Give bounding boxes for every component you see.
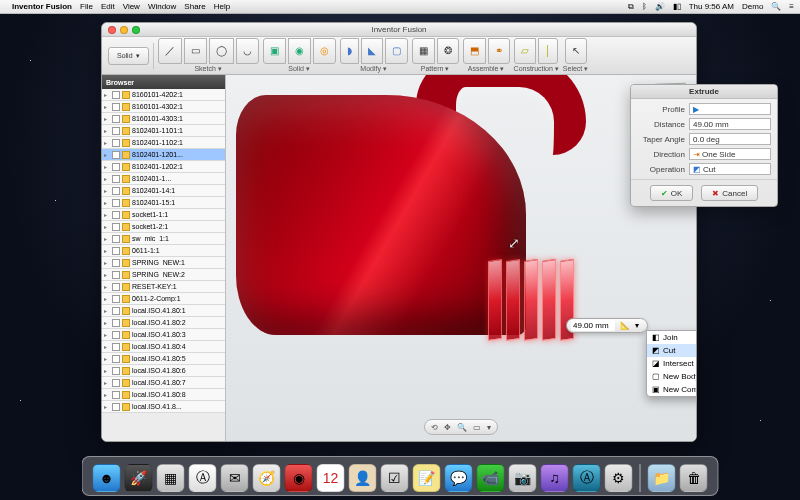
browser-item[interactable]: ▸SPRING_NEW:1 xyxy=(102,257,225,269)
lookat-icon[interactable]: ▭ xyxy=(473,423,481,432)
visibility-toggle[interactable] xyxy=(112,235,120,243)
expand-icon[interactable]: ▸ xyxy=(104,247,110,254)
pan-icon[interactable]: ✥ xyxy=(444,423,451,432)
expand-icon[interactable]: ▸ xyxy=(104,379,110,386)
visibility-toggle[interactable] xyxy=(112,163,120,171)
expand-icon[interactable]: ▸ xyxy=(104,295,110,302)
menu-edit[interactable]: Edit xyxy=(101,2,115,11)
browser-item[interactable]: ▸socket1-1:1 xyxy=(102,209,225,221)
expand-icon[interactable]: ▸ xyxy=(104,367,110,374)
dock-facetime[interactable]: 📹 xyxy=(477,464,505,492)
pattern-label[interactable]: Pattern ▾ xyxy=(421,65,450,73)
browser-item[interactable]: ▸8102401-14:1 xyxy=(102,185,225,197)
expand-icon[interactable]: ▸ xyxy=(104,235,110,242)
pattern-rect-button[interactable]: ▦ xyxy=(412,38,435,64)
browser-item[interactable]: ▸8102401-1202:1 xyxy=(102,161,225,173)
sketch-rect-button[interactable]: ▭ xyxy=(184,38,207,64)
sketch-arc-button[interactable]: ◡ xyxy=(236,38,259,64)
browser-item[interactable]: ▸local.ISO.41.80:4 xyxy=(102,341,225,353)
visibility-toggle[interactable] xyxy=(112,391,120,399)
distance-field[interactable]: 49.00 mm xyxy=(689,118,771,130)
menu-file[interactable]: File xyxy=(80,2,93,11)
dock-photobooth[interactable]: 📷 xyxy=(509,464,537,492)
menu-item-intersect[interactable]: ◪Intersect xyxy=(647,357,696,370)
dock-messages[interactable]: 💬 xyxy=(445,464,473,492)
expand-icon[interactable]: ▸ xyxy=(104,343,110,350)
sketch-label[interactable]: Sketch ▾ xyxy=(194,65,221,73)
menu-item-cut[interactable]: ◩Cut xyxy=(647,344,696,357)
user-text[interactable]: Demo xyxy=(742,2,763,11)
axis-button[interactable]: │ xyxy=(538,38,558,64)
expand-icon[interactable]: ▸ xyxy=(104,187,110,194)
visibility-toggle[interactable] xyxy=(112,379,120,387)
browser-item[interactable]: ▸8102401-1101:1 xyxy=(102,125,225,137)
direction-field[interactable]: ⇥One Side xyxy=(689,148,771,160)
browser-header[interactable]: Browser xyxy=(102,75,225,89)
menu-window[interactable]: Window xyxy=(148,2,176,11)
browser-item[interactable]: ▸local.ISO.41.80:5 xyxy=(102,353,225,365)
chamfer-button[interactable]: ◣ xyxy=(361,38,383,64)
notifications-icon[interactable]: ≡ xyxy=(789,2,794,11)
joint-button[interactable]: ⚭ xyxy=(488,38,510,64)
expand-icon[interactable]: ▸ xyxy=(104,127,110,134)
expand-icon[interactable]: ▸ xyxy=(104,175,110,182)
menu-item-join[interactable]: ◧Join xyxy=(647,331,696,344)
browser-item[interactable]: ▸local.ISO.41.80:8 xyxy=(102,389,225,401)
expand-icon[interactable]: ▸ xyxy=(104,355,110,362)
modify-label[interactable]: Modify ▾ xyxy=(360,65,387,73)
dock-reminders[interactable]: ☑ xyxy=(381,464,409,492)
browser-item[interactable]: ▸socket1-2:1 xyxy=(102,221,225,233)
solid-label[interactable]: Solid ▾ xyxy=(288,65,310,73)
hole-button[interactable]: ◎ xyxy=(313,38,336,64)
dock-appstore[interactable]: Ⓐ xyxy=(189,464,217,492)
fillet-button[interactable]: ◗ xyxy=(340,38,359,64)
browser-item[interactable]: ▸0611-1:1 xyxy=(102,245,225,257)
browser-item[interactable]: ▸8102401-15:1 xyxy=(102,197,225,209)
bluetooth-icon[interactable]: ᛒ xyxy=(642,2,647,11)
browser-item[interactable]: ▸local.ISO.41.80:1 xyxy=(102,305,225,317)
dock-notes[interactable]: 📝 xyxy=(413,464,441,492)
browser-item[interactable]: ▸local.ISO.41.80:7 xyxy=(102,377,225,389)
visibility-toggle[interactable] xyxy=(112,343,120,351)
visibility-toggle[interactable] xyxy=(112,283,120,291)
visibility-toggle[interactable] xyxy=(112,103,120,111)
volume-icon[interactable]: 🔊 xyxy=(655,2,665,11)
plane-button[interactable]: ▱ xyxy=(514,38,536,64)
visibility-toggle[interactable] xyxy=(112,139,120,147)
shell-button[interactable]: ▢ xyxy=(385,38,408,64)
construction-label[interactable]: Construction ▾ xyxy=(514,65,559,73)
visibility-toggle[interactable] xyxy=(112,115,120,123)
visibility-toggle[interactable] xyxy=(112,331,120,339)
operation-field[interactable]: ◩Cut xyxy=(689,163,771,175)
visibility-toggle[interactable] xyxy=(112,223,120,231)
cancel-button[interactable]: ✖Cancel xyxy=(701,185,758,201)
menu-item-newbody[interactable]: ▢New Body xyxy=(647,370,696,383)
browser-item[interactable]: ▸local.ISO.41.80:3 xyxy=(102,329,225,341)
visibility-toggle[interactable] xyxy=(112,367,120,375)
visibility-toggle[interactable] xyxy=(112,187,120,195)
browser-item[interactable]: ▸8160101-4202:1 xyxy=(102,89,225,101)
dock-contacts[interactable]: 👤 xyxy=(349,464,377,492)
distance-hud-input[interactable] xyxy=(571,320,615,331)
expand-icon[interactable]: ▸ xyxy=(104,139,110,146)
dock-missioncontrol[interactable]: ▦ xyxy=(157,464,185,492)
assemble-button[interactable]: ⬒ xyxy=(463,38,486,64)
browser-item[interactable]: ▸0611-2-Comp:1 xyxy=(102,293,225,305)
revolve-button[interactable]: ◉ xyxy=(288,38,311,64)
browser-item[interactable]: ▸RESET-KEY:1 xyxy=(102,281,225,293)
browser-item[interactable]: ▸sw_mic_1:1 xyxy=(102,233,225,245)
ok-button[interactable]: ✔OK xyxy=(650,185,694,201)
visibility-toggle[interactable] xyxy=(112,199,120,207)
solid-mode-button[interactable]: Solid▾ xyxy=(108,47,149,65)
model-body[interactable]: ⤢ xyxy=(236,75,576,441)
browser-item[interactable]: ▸local.ISO.41.80:6 xyxy=(102,365,225,377)
menu-share[interactable]: Share xyxy=(184,2,205,11)
browser-item[interactable]: ▸8102401-1... xyxy=(102,173,225,185)
expand-icon[interactable]: ▸ xyxy=(104,283,110,290)
dock-safari[interactable]: 🧭 xyxy=(253,464,281,492)
measure-icon[interactable]: 📐 xyxy=(619,321,631,330)
visibility-toggle[interactable] xyxy=(112,259,120,267)
manipulator-arrow-icon[interactable]: ⤢ xyxy=(508,235,520,251)
browser-item[interactable]: ▸SPRING_NEW:2 xyxy=(102,269,225,281)
dock-settings[interactable]: ⚙ xyxy=(605,464,633,492)
